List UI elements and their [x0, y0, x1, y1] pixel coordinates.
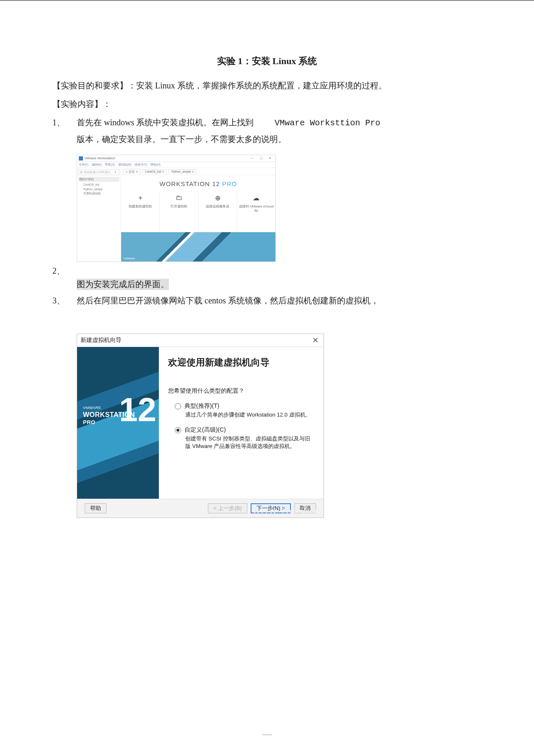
menubar: 文件(F) 编辑(E) 查看(V) 虚拟机(M) 选项卡(T) 帮助(H): [77, 162, 275, 168]
action-create-vm-label: 创建新的虚拟机: [129, 204, 152, 209]
brand-text: WORKSTATION: [160, 180, 210, 187]
menu-view[interactable]: 查看(V): [105, 163, 114, 167]
close-tab-icon[interactable]: ×: [192, 170, 194, 173]
dialog-titlebar: 新建虚拟机向导 ✕: [77, 334, 324, 347]
cancel-button[interactable]: 取消: [294, 503, 316, 513]
action-create-vm[interactable]: ＋ 创建新的虚拟机: [121, 192, 160, 232]
cloud-icon: ☁: [252, 194, 260, 202]
list-item-1-number: 1、: [52, 114, 77, 147]
search-placeholder: 在此处键入内容进行… ▼: [84, 170, 117, 174]
brand-pro: PRO: [222, 180, 237, 187]
menu-help[interactable]: 帮助(H): [150, 163, 161, 167]
list-item-1-text-b: VMware Worksttion Pro: [275, 118, 380, 128]
wizard-right-panel: 欢迎使用新建虚拟机向导 您希望使用什么类型的配置？ 典型(推荐)(T) 通过几个…: [159, 347, 324, 499]
close-tab-icon[interactable]: ×: [136, 170, 137, 173]
list-item-3-number: 3、: [52, 293, 77, 308]
experiment-goal-line: 【实验目的和要求】：安装 Linux 系统，掌握操作系统的系统配置，建立应用环境…: [52, 78, 482, 93]
tab-centos[interactable]: CentOS_full ×: [142, 169, 167, 173]
menu-tabs[interactable]: 选项卡(T): [135, 163, 147, 167]
option-typical-desc: 通过几个简单的步骤创建 Workstation 12.0 虚拟机。: [184, 411, 311, 419]
home-icon: ⌂: [126, 170, 127, 173]
list-item-2: 2、: [52, 263, 482, 279]
wizard-heading: 欢迎使用新建虚拟机向导: [168, 356, 314, 369]
vmware-main-window: VMware Workstation — ☐ ✕ 文件(F) 编辑(E) 查看(…: [77, 155, 276, 262]
tab-python[interactable]: Python_simple ×: [168, 169, 197, 173]
dialog-close-button[interactable]: ✕: [311, 336, 320, 345]
menu-file[interactable]: 文件(F): [79, 163, 88, 167]
tab-strip: ⌂ 主页 × CentOS_full × Python_simple ×: [121, 168, 275, 175]
back-button[interactable]: < 上一步(B): [208, 503, 247, 513]
menu-edit[interactable]: 编辑(E): [92, 163, 101, 167]
document-title: 实验 1：安装 Linux 系统: [52, 55, 482, 67]
plus-icon: ＋: [137, 194, 144, 202]
list-item-3-body: 然后在阿里巴巴开源镜像网站下载 centos 系统镜像，然后虚拟机创建新的虚拟机…: [77, 293, 482, 308]
document-content: 实验 1：安装 Linux 系统 【实验目的和要求】：安装 Linux 系统，掌…: [0, 0, 534, 543]
action-connect-remote-label: 连接远程服务器: [206, 204, 229, 209]
open-icon: 🗀: [175, 194, 183, 202]
figure-caption-1: 图为安装完成后的界面。: [77, 279, 169, 290]
dialog-title: 新建虚拟机向导: [80, 337, 311, 344]
option-typical-title: 典型(推荐)(T): [184, 402, 311, 410]
window-close-button[interactable]: ✕: [266, 156, 274, 160]
action-open-vm[interactable]: 🗀 打开虚拟机: [160, 192, 198, 232]
search-icon: [80, 171, 83, 174]
tree-group-header[interactable]: 我的计算机: [78, 177, 119, 182]
radio-custom[interactable]: [175, 427, 181, 433]
library-sidebar: 在此处键入内容进行… ▼ 我的计算机 CentOS_full Python_si…: [77, 168, 121, 261]
option-typical[interactable]: 典型(推荐)(T) 通过几个简单的步骤创建 Workstation 12.0 虚…: [168, 402, 314, 419]
banner-brand-text: vmware: [124, 257, 135, 260]
action-connect-remote[interactable]: ⊕ 连接远程服务器: [199, 192, 237, 232]
list-item-1: 1、 首先在 windows 系统中安装虚拟机。在网上找到 VMware Wor…: [52, 114, 482, 147]
wizard-footer: http /baxue 帮助 < 上一步(B) 下一步(N) > 取消: [77, 499, 324, 518]
home-actions: ＋ 创建新的虚拟机 🗀 打开虚拟机 ⊕ 连接远程服务器 ☁: [121, 192, 275, 232]
help-button[interactable]: 帮助: [85, 503, 106, 513]
radio-typical[interactable]: [175, 403, 181, 409]
wizard-side-panel: VMWARE WORKSTATION PRO 12: [77, 347, 159, 499]
window-titlebar: VMware Workstation — ☐ ✕: [77, 155, 275, 162]
home-banner: vmware: [121, 232, 275, 261]
list-item-3: 3、 然后在阿里巴巴开源镜像网站下载 centos 系统镜像，然后虚拟机创建新的…: [52, 293, 482, 308]
list-item-1-text-c: 版本，确定安装目录。一直下一步，不需要太多的说明。: [77, 135, 286, 144]
tab-centos-label: CentOS_full: [145, 170, 161, 173]
workstation-brand: WORKSTATION 12 PRO: [121, 175, 275, 192]
window-title: VMware Workstation: [84, 156, 247, 160]
tab-home-label: 主页: [129, 170, 135, 174]
page-footer-mark: [262, 735, 272, 735]
option-custom-title: 自定义(高级)(C): [184, 426, 314, 434]
experiment-content-header: 【实验内容】：: [52, 96, 482, 112]
menu-vm[interactable]: 虚拟机(M): [118, 163, 132, 167]
brand-version: 12: [212, 180, 220, 187]
window-maximize-button[interactable]: ☐: [257, 156, 265, 160]
tree-item-centos[interactable]: CentOS_full: [78, 183, 119, 187]
side-version-12: 12: [119, 393, 156, 427]
window-minimize-button[interactable]: —: [249, 156, 256, 160]
tab-home[interactable]: ⌂ 主页 ×: [123, 169, 140, 174]
page-top-divider: [0, 0, 534, 1]
tree-item-shared[interactable]: 共享的虚拟机: [78, 192, 119, 196]
option-custom-desc: 创建带有 SCSI 控制器类型、虚拟磁盘类型以及与旧版 VMware 产品兼容性…: [184, 435, 314, 450]
library-search-input[interactable]: 在此处键入内容进行… ▼: [78, 169, 119, 175]
tab-python-label: Python_simple: [171, 170, 191, 173]
new-vm-wizard-dialog: 新建虚拟机向导 ✕ VMWARE WORKSTATION PRO 12 欢迎使用…: [77, 334, 324, 518]
list-item-1-text-a: 首先在 windows 系统中安装虚拟机。在网上找到: [77, 118, 254, 127]
action-open-vm-label: 打开虚拟机: [171, 204, 187, 209]
list-item-2-number: 2、: [52, 263, 77, 279]
tree-item-python[interactable]: Python_simple: [78, 187, 119, 192]
action-connect-vcloud-label: 连接到 VMware vCloud Air: [239, 204, 274, 212]
option-custom[interactable]: 自定义(高级)(C) 创建带有 SCSI 控制器类型、虚拟磁盘类型以及与旧版 V…: [168, 426, 314, 450]
list-item-1-body: 首先在 windows 系统中安装虚拟机。在网上找到 VMware Workst…: [77, 114, 482, 147]
wizard-question: 您希望使用什么类型的配置？: [168, 387, 314, 395]
vmware-logo-icon: [79, 156, 83, 161]
next-button[interactable]: 下一步(N) >: [251, 503, 291, 513]
close-tab-icon[interactable]: ×: [162, 170, 164, 173]
remote-server-icon: ⊕: [214, 194, 221, 202]
action-connect-vcloud[interactable]: ☁ 连接到 VMware vCloud Air: [237, 192, 275, 232]
